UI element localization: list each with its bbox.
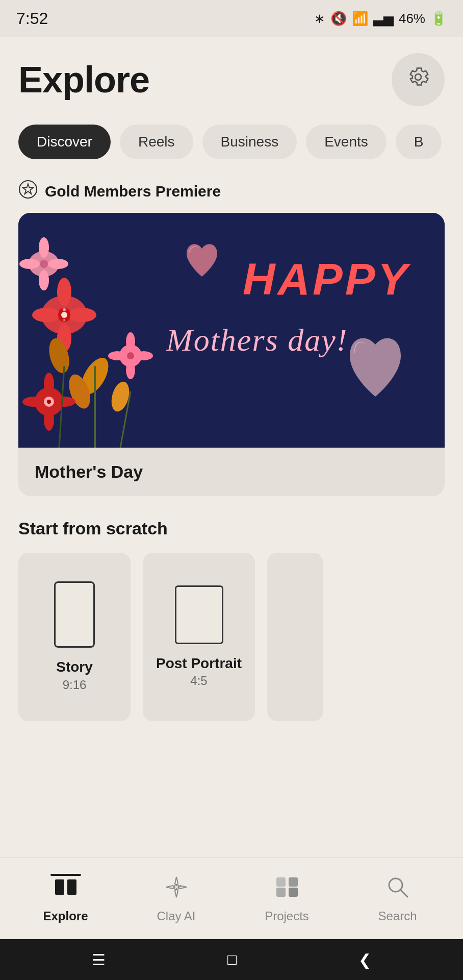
battery-text: 46% — [399, 11, 425, 27]
svg-rect-45 — [289, 888, 298, 897]
nav-clay-ai[interactable]: Clay AI — [121, 874, 232, 923]
svg-point-25 — [135, 351, 153, 360]
feature-card-title: Mother's Day — [18, 448, 445, 496]
feature-card-image: HAPPY Mothers day! — [18, 213, 445, 448]
volume-icon: 🔇 — [330, 11, 347, 27]
page-title: Explore — [18, 59, 149, 101]
svg-line-49 — [400, 890, 407, 897]
svg-rect-42 — [67, 879, 76, 895]
svg-point-31 — [53, 397, 75, 407]
story-label: Story 9:16 — [56, 658, 93, 693]
main-content: Explore Discover Reels Business Events B — [0, 37, 463, 857]
nav-projects[interactable]: Projects — [232, 874, 342, 923]
tab-discover[interactable]: Discover — [18, 125, 111, 159]
scratch-title: Start from scratch — [18, 519, 445, 538]
svg-point-16 — [40, 260, 48, 268]
scratch-section: Start from scratch Story 9:16 Post Portr… — [18, 519, 445, 721]
svg-text:Mothers day!: Mothers day! — [166, 323, 348, 357]
scratch-card-post-portrait[interactable]: Post Portrait 4:5 — [143, 553, 255, 721]
svg-point-28 — [44, 373, 54, 395]
svg-text:HAPPY: HAPPY — [243, 254, 411, 304]
svg-point-12 — [39, 237, 49, 258]
clay-ai-label: Clay AI — [157, 909, 195, 923]
settings-button[interactable] — [392, 53, 445, 106]
status-bar: 7:52 ∗ 🔇 📶 ▃▅ 46% 🔋 — [0, 0, 463, 37]
tab-reels[interactable]: Reels — [120, 125, 193, 159]
svg-point-24 — [108, 351, 126, 360]
header-row: Explore — [18, 53, 445, 106]
feature-card[interactable]: HAPPY Mothers day! Mother's Day — [18, 213, 445, 496]
svg-rect-41 — [55, 879, 64, 895]
gold-members-label: Gold Members Premiere — [45, 183, 221, 200]
signal-icon: ▃▅ — [373, 11, 394, 27]
svg-marker-1 — [23, 184, 34, 194]
gold-members-section: Gold Members Premiere — [18, 180, 445, 203]
gear-icon — [406, 65, 430, 94]
svg-point-7 — [32, 308, 61, 322]
svg-point-13 — [39, 270, 49, 290]
svg-point-35 — [63, 319, 65, 321]
svg-point-33 — [47, 400, 51, 404]
tab-business[interactable]: Business — [202, 125, 297, 159]
status-icons: ∗ 🔇 📶 ▃▅ 46% 🔋 — [314, 11, 447, 27]
bluetooth-icon: ∗ — [314, 11, 325, 27]
svg-point-15 — [48, 259, 68, 269]
filter-tabs: Discover Reels Business Events B — [18, 125, 445, 159]
post-portrait-icon — [175, 585, 223, 644]
search-label: Search — [378, 909, 417, 923]
android-menu-btn[interactable]: ☰ — [92, 951, 106, 969]
svg-point-34 — [63, 308, 66, 311]
svg-point-5 — [57, 278, 71, 306]
svg-rect-44 — [276, 888, 286, 897]
svg-rect-46 — [276, 877, 286, 887]
scratch-card-story[interactable]: Story 9:16 — [18, 553, 131, 721]
clay-ai-icon — [164, 874, 189, 905]
svg-point-14 — [19, 259, 40, 269]
tab-events[interactable]: Events — [306, 125, 387, 159]
nav-search[interactable]: Search — [342, 874, 453, 923]
battery-icon: 🔋 — [430, 11, 447, 27]
search-icon — [385, 874, 410, 905]
svg-point-23 — [126, 361, 135, 379]
explore-label: Explore — [43, 909, 88, 923]
bottom-nav: Explore Clay AI Projects — [0, 857, 463, 939]
svg-point-26 — [127, 352, 134, 359]
android-home-btn[interactable]: □ — [227, 951, 237, 968]
android-back-btn[interactable]: ❮ — [358, 951, 371, 969]
gold-star-icon — [18, 180, 38, 203]
android-nav: ☰ □ ❮ — [0, 939, 463, 980]
scratch-card-partial — [267, 553, 323, 721]
scratch-cards-row: Story 9:16 Post Portrait 4:5 — [18, 553, 445, 721]
svg-point-29 — [44, 408, 54, 431]
status-time: 7:52 — [16, 9, 48, 28]
explore-icon — [53, 874, 79, 905]
svg-rect-47 — [289, 877, 298, 887]
svg-point-30 — [22, 397, 45, 407]
projects-icon — [274, 874, 300, 905]
svg-point-8 — [68, 308, 96, 322]
projects-label: Projects — [265, 909, 309, 923]
story-icon — [54, 581, 95, 648]
wifi-icon: 📶 — [352, 11, 368, 27]
tab-more[interactable]: B — [396, 125, 442, 159]
svg-point-22 — [126, 332, 135, 351]
nav-explore[interactable]: Explore — [10, 874, 121, 923]
svg-point-10 — [61, 312, 67, 318]
post-portrait-label: Post Portrait 4:5 — [156, 654, 242, 689]
